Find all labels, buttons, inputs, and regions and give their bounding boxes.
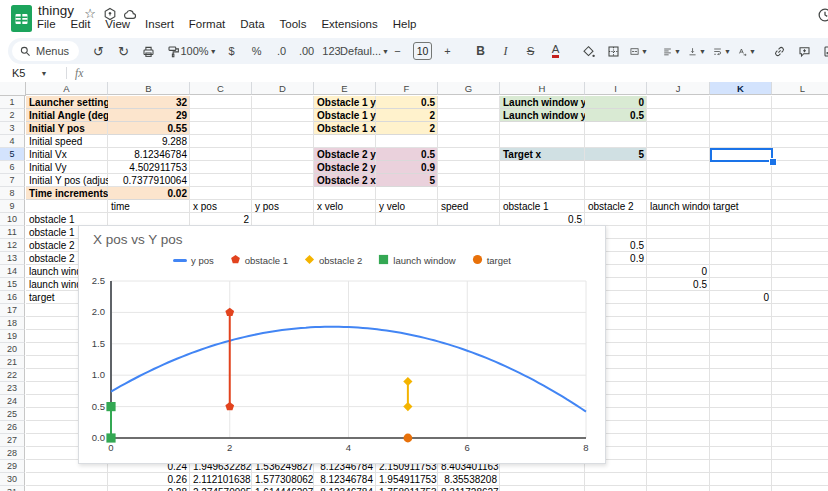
row-header-23[interactable]: 23 bbox=[0, 382, 25, 395]
column-header-E[interactable]: E bbox=[314, 82, 376, 95]
menu-data[interactable]: Data bbox=[240, 18, 264, 35]
menu-file[interactable]: File bbox=[37, 18, 56, 35]
row-header-14[interactable]: 14 bbox=[0, 265, 25, 278]
row-header-22[interactable]: 22 bbox=[0, 369, 25, 382]
cell-H5[interactable]: Target x bbox=[500, 148, 585, 161]
format-currency-button[interactable]: $ bbox=[220, 41, 243, 61]
cell-E30[interactable]: 8.12346784 bbox=[314, 473, 376, 486]
cell-F1[interactable]: 0.5 bbox=[376, 96, 438, 109]
cell-I9[interactable]: obstacle 2 bbox=[585, 200, 647, 213]
row-header-13[interactable]: 13 bbox=[0, 252, 25, 265]
cell-B5[interactable]: 8.12346784 bbox=[108, 148, 190, 161]
chevron-down-icon[interactable]: ▼ bbox=[724, 48, 731, 55]
cell-B31[interactable]: 0.28 bbox=[108, 486, 190, 491]
row-header-15[interactable]: 15 bbox=[0, 278, 25, 291]
cell-F6[interactable]: 0.9 bbox=[376, 161, 438, 174]
row-header-10[interactable]: 10 bbox=[0, 213, 25, 226]
cell-A8[interactable]: Time increments bbox=[26, 187, 108, 200]
cell-F5[interactable]: 0.5 bbox=[376, 148, 438, 161]
cell-J15[interactable]: 0.5 bbox=[647, 278, 710, 291]
font-family-button[interactable]: Defaul...▼ bbox=[353, 41, 376, 61]
column-header-L[interactable]: L bbox=[772, 82, 828, 95]
row-header-2[interactable]: 2 bbox=[0, 109, 25, 122]
chevron-down-icon[interactable]: ▼ bbox=[210, 48, 217, 55]
column-header-D[interactable]: D bbox=[252, 82, 314, 95]
cell-H1[interactable]: Launch window y1 bbox=[500, 96, 585, 109]
italic-button[interactable]: I bbox=[494, 41, 517, 61]
cell-C30[interactable]: 2.112101638 bbox=[190, 473, 252, 486]
row-header-26[interactable]: 26 bbox=[0, 421, 25, 434]
row-header-31[interactable]: 31 bbox=[0, 486, 25, 491]
print-icon[interactable] bbox=[137, 41, 160, 61]
row-header-19[interactable]: 19 bbox=[0, 330, 25, 343]
fill-color-icon[interactable] bbox=[577, 41, 600, 61]
insert-link-icon[interactable] bbox=[768, 41, 791, 61]
cell-K9[interactable]: target bbox=[710, 200, 772, 213]
cell-B8[interactable]: 0.02 bbox=[108, 187, 190, 200]
cell-A1[interactable]: Launcher setting bbox=[26, 96, 108, 109]
row-header-24[interactable]: 24 bbox=[0, 395, 25, 408]
cell-E2[interactable]: Obstacle 1 y2 bbox=[314, 109, 376, 122]
row-header-6[interactable]: 6 bbox=[0, 161, 25, 174]
row-header-16[interactable]: 16 bbox=[0, 291, 25, 304]
text-wrap-icon[interactable]: ▼ bbox=[710, 41, 733, 61]
menu-edit[interactable]: Edit bbox=[71, 18, 91, 35]
cell-F7[interactable]: 5 bbox=[376, 174, 438, 187]
row-header-21[interactable]: 21 bbox=[0, 356, 25, 369]
insert-chart-icon[interactable] bbox=[818, 41, 828, 61]
column-header-G[interactable]: G bbox=[438, 82, 500, 95]
menus-search[interactable]: Menus bbox=[12, 41, 79, 61]
insert-comment-icon[interactable] bbox=[793, 41, 816, 61]
cell-C9[interactable]: x pos bbox=[190, 200, 252, 213]
horizontal-align-icon[interactable]: ▼ bbox=[660, 41, 683, 61]
menu-format[interactable]: Format bbox=[189, 18, 225, 35]
strikethrough-button[interactable]: S bbox=[519, 41, 542, 61]
cell-A5[interactable]: Initial Vx bbox=[26, 148, 108, 161]
chevron-down-icon[interactable]: ▼ bbox=[674, 48, 681, 55]
row-header-20[interactable]: 20 bbox=[0, 343, 25, 356]
menu-view[interactable]: View bbox=[105, 18, 130, 35]
text-color-button[interactable]: A bbox=[544, 41, 567, 61]
cell-E1[interactable]: Obstacle 1 y1 bbox=[314, 96, 376, 109]
cell-B9[interactable]: time bbox=[108, 200, 190, 213]
redo-button[interactable]: ↻ bbox=[112, 41, 135, 61]
row-header-3[interactable]: 3 bbox=[0, 122, 25, 135]
bold-button[interactable]: B bbox=[469, 41, 492, 61]
cell-E6[interactable]: Obstacle 2 y2 bbox=[314, 161, 376, 174]
cell-D31[interactable]: 1.614446297 bbox=[252, 486, 314, 491]
row-header-7[interactable]: 7 bbox=[0, 174, 25, 187]
cell-F3[interactable]: 2 bbox=[376, 122, 438, 135]
cell-area[interactable]: Launcher setting32Initial Angle (deg)29I… bbox=[26, 96, 828, 491]
text-rotation-icon[interactable]: ▼ bbox=[735, 41, 758, 61]
vertical-align-icon[interactable]: ▼ bbox=[685, 41, 708, 61]
row-header-1[interactable]: 1 bbox=[0, 96, 25, 109]
cell-I2[interactable]: 0.5 bbox=[585, 109, 647, 122]
column-header-B[interactable]: B bbox=[108, 82, 190, 95]
cell-E5[interactable]: Obstacle 2 y1 bbox=[314, 148, 376, 161]
cell-H9[interactable]: obstacle 1 bbox=[500, 200, 585, 213]
cell-B6[interactable]: 4.502911753 bbox=[108, 161, 190, 174]
column-header-J[interactable]: J bbox=[647, 82, 710, 95]
decrease-decimals-button[interactable]: .0 bbox=[270, 41, 293, 61]
menu-extensions[interactable]: Extensions bbox=[321, 18, 377, 35]
cell-B7[interactable]: 0.7377910064 bbox=[108, 174, 190, 187]
column-header-A[interactable]: A bbox=[26, 82, 108, 95]
increase-font-size-button[interactable]: + bbox=[436, 41, 459, 61]
row-header-17[interactable]: 17 bbox=[0, 304, 25, 317]
cell-F31[interactable]: 1.758911753 bbox=[376, 486, 438, 491]
cell-E31[interactable]: 8.12346784 bbox=[314, 486, 376, 491]
increase-decimals-button[interactable]: .00 bbox=[295, 41, 318, 61]
select-all-corner[interactable] bbox=[0, 82, 26, 96]
selected-cell-outline[interactable] bbox=[710, 148, 773, 162]
cell-B3[interactable]: 0.55 bbox=[108, 122, 190, 135]
font-size-button[interactable]: 10 bbox=[411, 41, 434, 61]
merge-cells-icon[interactable]: ▼ bbox=[627, 41, 650, 61]
fill-handle[interactable] bbox=[769, 158, 777, 166]
chevron-down-icon[interactable]: ▼ bbox=[40, 70, 47, 77]
name-box[interactable]: K5 ▼ bbox=[0, 67, 64, 79]
cell-J9[interactable]: launch window bbox=[647, 200, 710, 213]
cell-A6[interactable]: Initial Vy bbox=[26, 161, 108, 174]
cell-F30[interactable]: 1.954911753 bbox=[376, 473, 438, 486]
cell-A3[interactable]: Initial Y pos bbox=[26, 122, 108, 135]
cell-H2[interactable]: Launch window y2 bbox=[500, 109, 585, 122]
